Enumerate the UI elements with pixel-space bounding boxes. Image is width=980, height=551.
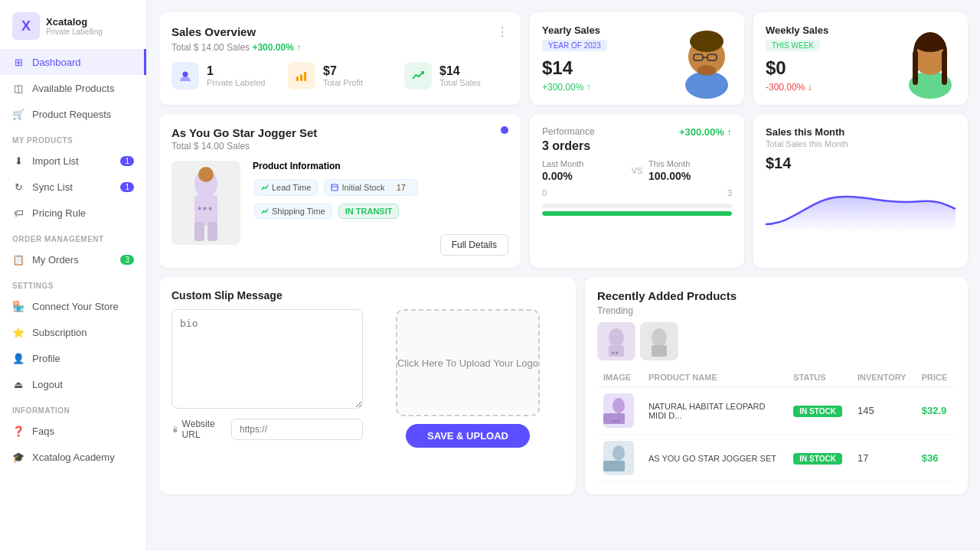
- information-section-label: INFORMATION: [0, 397, 146, 418]
- profile-icon: 👤: [12, 352, 24, 364]
- sidebar-item-connect-store[interactable]: 🏪 Connect Your Store: [0, 293, 146, 319]
- sidebar-label-orders: My Orders: [32, 254, 79, 266]
- product-status-badge: IN STOCK: [793, 406, 842, 417]
- store-icon: 🏪: [12, 300, 24, 312]
- stat-private-labeled-label: Private Labeled: [207, 78, 265, 87]
- recently-added-card: Recently Added Products Trending ★★ IMAG…: [585, 277, 968, 494]
- sidebar-item-faqs[interactable]: ❓ Faqs: [0, 418, 146, 444]
- stat-total-profit: $7 Total Profit: [288, 62, 392, 90]
- my-orders-badge: 3: [120, 255, 134, 265]
- performance-orders: 3 orders: [542, 139, 732, 153]
- sidebar: X Xcatalog Private Labelling ⊞ Dashboard…: [0, 0, 147, 551]
- stats-row: 1 Private Labeled $7 Total Profit: [172, 62, 508, 90]
- sidebar-label-academy: Xcatalog Academy: [32, 452, 115, 463]
- my-products-section-label: MY PRODUCTS: [0, 127, 146, 148]
- this-month-fill: [542, 211, 732, 216]
- table-header-row: IMAGE PRODUCT NAME STATUS INVENTORY PRIC…: [597, 368, 956, 387]
- products-table: IMAGE PRODUCT NAME STATUS INVENTORY PRIC…: [597, 368, 956, 482]
- yearly-avatar: [672, 12, 741, 103]
- bottom-row: Custom Slip Message Website URL Click He…: [159, 277, 968, 494]
- sync-icon: ↻: [12, 181, 24, 193]
- svg-point-38: [612, 398, 625, 413]
- sidebar-item-available-products[interactable]: ◫ Available Products: [0, 75, 146, 101]
- product-name-cell: AS YOU GO STAR JOGGER SET: [642, 435, 787, 482]
- sidebar-label-subscription: Subscription: [32, 327, 87, 338]
- logout-icon: ⏏: [12, 378, 24, 390]
- logo-upload-area[interactable]: Click Here To Upload Your Logo: [396, 309, 540, 416]
- sidebar-label-logout: Logout: [32, 379, 63, 390]
- product-subtitle: Total $ 14.00 Sales: [172, 141, 508, 152]
- svg-point-35: [652, 328, 667, 347]
- svg-text:X: X: [21, 18, 31, 34]
- weekly-tag: THIS WEEK: [766, 40, 820, 51]
- sidebar-item-subscription[interactable]: ⭐ Subscription: [0, 319, 146, 345]
- sidebar-item-sync-list[interactable]: ↻ Sync List 1: [0, 174, 146, 200]
- url-row: Website URL: [172, 419, 363, 440]
- download-icon: ⬇: [12, 155, 24, 167]
- sidebar-label-dashboard: Dashboard: [32, 57, 81, 68]
- logo-area: X Xcatalog Private Labelling: [0, 0, 146, 49]
- trending-img-1: ★★: [597, 322, 635, 360]
- sales-month-subtitle: Total Sales this Month: [766, 139, 956, 148]
- product-status-badge: IN STOCK: [793, 453, 842, 465]
- sidebar-label-profile: Profile: [32, 353, 60, 364]
- product-thumb-1: [603, 441, 634, 475]
- svg-point-12: [690, 31, 724, 52]
- sidebar-item-pricing-rule[interactable]: 🏷 Pricing Rule: [0, 200, 146, 226]
- sidebar-item-product-requests[interactable]: 🛒 Product Requests: [0, 101, 146, 127]
- app-tagline: Private Labelling: [46, 28, 103, 36]
- full-details-button[interactable]: Full Details: [440, 234, 508, 256]
- svg-rect-5: [304, 72, 306, 81]
- orders-icon: 📋: [12, 253, 24, 266]
- yearly-tag: YEAR OF 2023: [542, 40, 607, 51]
- subscription-icon: ⭐: [12, 326, 24, 338]
- weekly-avatar: [896, 12, 965, 103]
- this-month-label: This Month: [648, 159, 732, 168]
- academy-icon: 🎓: [12, 451, 24, 463]
- svg-point-25: [198, 167, 214, 182]
- sidebar-item-dashboard[interactable]: ⊞ Dashboard: [0, 49, 146, 75]
- sales-overview-card: Sales Overview ⋮ Total $ 14.00 Sales +30…: [159, 12, 521, 105]
- product-price: $36: [916, 435, 956, 482]
- last-month-val: 0: [542, 188, 547, 197]
- sidebar-label-sync: Sync List: [32, 181, 73, 193]
- svg-point-31: [609, 328, 624, 347]
- tag-icon: 🏷: [12, 207, 24, 219]
- sales-total-line: Total $ 14.00 Sales +300.00% ↑: [172, 42, 508, 53]
- sidebar-label-pricing: Pricing Rule: [32, 207, 86, 219]
- stat-total-profit-value: $7: [323, 64, 363, 78]
- performance-card: Performance +300.00% ↑ 3 orders Last Mon…: [530, 114, 744, 268]
- stat-private-labeled: 1 Private Labeled: [172, 62, 276, 90]
- app-name: Xcatalog: [46, 16, 103, 28]
- svg-rect-3: [296, 77, 299, 81]
- sales-icon: [404, 62, 432, 90]
- lead-time-badge: Lead Time: [254, 179, 318, 196]
- home-icon: ⊞: [12, 56, 24, 68]
- url-input[interactable]: [231, 419, 363, 440]
- product-status-dot: [501, 126, 508, 134]
- sidebar-item-profile[interactable]: 👤 Profile: [0, 345, 146, 371]
- sidebar-item-my-orders[interactable]: 📋 My Orders 3: [0, 246, 146, 272]
- product-card: As You Go Star Jogger Set Total $ 14.00 …: [159, 114, 521, 268]
- slip-title: Custom Slip Message: [172, 289, 564, 302]
- sidebar-item-import-list[interactable]: ⬇ Import List 1: [0, 148, 146, 174]
- slip-inner: Website URL Click Here To Upload Your Lo…: [172, 309, 564, 448]
- sidebar-item-logout[interactable]: ⏏ Logout: [0, 371, 146, 397]
- weekly-sales-card: Weekly Sales THIS WEEK $0 -300.00% ↓: [753, 12, 968, 105]
- sidebar-label-connect: Connect Your Store: [32, 301, 119, 312]
- stat-total-profit-label: Total Profit: [323, 78, 363, 87]
- save-upload-button[interactable]: SAVE & UPLOAD: [406, 424, 530, 448]
- performance-label: Performance: [542, 126, 595, 138]
- last-month-label: Last Month: [542, 159, 626, 168]
- settings-section-label: SETTINGS: [0, 272, 146, 293]
- sales-this-month-card: Sales this Month Total Sales this Month …: [753, 114, 968, 268]
- logo-upload-text: Click Here To Upload Your Logo: [397, 357, 538, 369]
- sidebar-item-xcatalog-academy[interactable]: 🎓 Xcatalog Academy: [0, 444, 146, 470]
- slip-textarea[interactable]: [172, 309, 363, 409]
- product-name-cell: NATURAL HABITAT LEOPARD MIDI D...: [642, 387, 787, 435]
- svg-point-19: [915, 37, 946, 52]
- col-price: PRICE: [916, 368, 956, 387]
- svg-rect-23: [194, 222, 204, 241]
- faq-icon: ❓: [12, 425, 24, 437]
- sales-overview-menu[interactable]: ⋮: [496, 24, 508, 39]
